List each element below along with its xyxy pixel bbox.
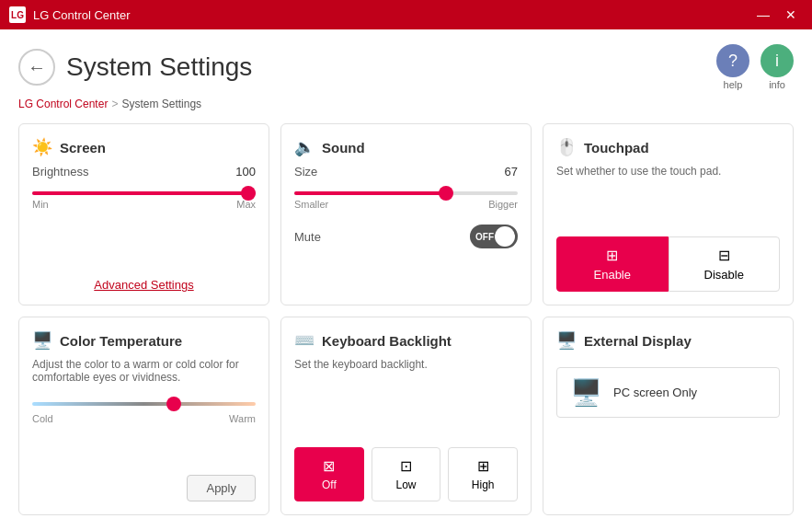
- title-bar-controls: — ✕: [751, 3, 803, 27]
- kb-low-icon: ⊡: [400, 457, 412, 475]
- brightness-labels: Min Max: [32, 199, 256, 210]
- info-icon: i: [761, 44, 794, 77]
- main-container: ← System Settings ? help i info LG Contr…: [0, 29, 812, 530]
- color-temp-slider[interactable]: Cold Warm: [32, 395, 256, 424]
- kb-description: Set the keyboard backlight.: [294, 358, 518, 371]
- sound-max: Bigger: [488, 199, 518, 210]
- disable-icon: ⊟: [718, 247, 730, 264]
- app-icon: LG: [9, 6, 26, 23]
- breadcrumb-home[interactable]: LG Control Center: [18, 98, 108, 110]
- touchpad-card: 🖱️ Touchpad Set whether to use the touch…: [543, 123, 794, 305]
- brightness-slider[interactable]: Min Max: [32, 188, 256, 210]
- kb-low-button[interactable]: ⊡ Low: [372, 447, 441, 501]
- sound-track: [294, 191, 518, 195]
- page-title: System Settings: [66, 52, 252, 82]
- keyboard-backlight-card: ⌨️ Keyboard Backlight Set the keyboard b…: [280, 317, 532, 515]
- color-temp-title: Color Temperature: [60, 333, 182, 349]
- touchpad-icon: 🖱️: [556, 137, 577, 157]
- pc-screen-label: PC screen Only: [613, 386, 697, 399]
- sound-card-header: 🔈 Sound: [294, 137, 518, 157]
- kb-card-header: ⌨️ Keyboard Backlight: [294, 330, 518, 351]
- sound-size-row: Size 67: [294, 165, 518, 179]
- sound-size-label: Size: [294, 165, 317, 179]
- header-left: ← System Settings: [18, 49, 252, 86]
- brightness-track: [32, 191, 256, 195]
- breadcrumb-current: System Settings: [121, 98, 201, 110]
- color-temp-card: 🖥️ Color Temperature Adjust the color to…: [18, 317, 269, 515]
- disable-label: Disable: [704, 268, 744, 282]
- external-display-card: 🖥️ External Display 🖥️ PC screen Only: [543, 317, 794, 515]
- sound-slider[interactable]: Smaller Bigger: [294, 188, 518, 210]
- title-bar: LG LG Control Center — ✕: [0, 0, 812, 29]
- advanced-settings-link[interactable]: Advanced Settings: [32, 271, 256, 292]
- brightness-min: Min: [32, 199, 49, 210]
- mute-toggle[interactable]: OFF: [470, 225, 518, 248]
- close-button[interactable]: ✕: [779, 3, 803, 27]
- back-button[interactable]: ←: [18, 49, 55, 86]
- sound-icon: 🔈: [294, 137, 315, 157]
- color-temp-icon: 🖥️: [32, 330, 52, 351]
- color-temp-header: 🖥️ Color Temperature: [32, 330, 256, 351]
- ext-display-icon: 🖥️: [556, 330, 577, 351]
- screen-card-title: Screen: [60, 140, 106, 156]
- breadcrumb: LG Control Center > System Settings: [18, 98, 794, 110]
- cards-grid: ☀️ Screen Brightness 100 Min Max Advance…: [18, 123, 794, 515]
- sound-card: 🔈 Sound Size 67 Smaller Bigger Mute: [280, 123, 532, 305]
- breadcrumb-separator: >: [111, 98, 118, 110]
- ext-display-header: 🖥️ External Display: [556, 330, 780, 351]
- header-right: ? help i info: [716, 44, 794, 90]
- ext-display-title: External Display: [584, 333, 692, 349]
- color-temp-warm: Warm: [229, 413, 256, 424]
- minimize-button[interactable]: —: [751, 3, 775, 27]
- kb-card-title: Keyboard Backlight: [322, 333, 452, 349]
- help-button[interactable]: ? help: [716, 44, 749, 90]
- toggle-knob: [495, 226, 515, 247]
- touchpad-description: Set whether to use the touch pad.: [556, 165, 780, 178]
- mute-row: Mute OFF: [294, 225, 518, 248]
- kb-high-button[interactable]: ⊞ High: [448, 447, 518, 501]
- kb-off-icon: ⊠: [323, 457, 335, 475]
- brightness-row: Brightness 100: [32, 165, 256, 179]
- sound-thumb[interactable]: [439, 186, 453, 201]
- help-label: help: [724, 79, 743, 90]
- enable-label: Enable: [594, 268, 631, 282]
- kb-high-icon: ⊞: [477, 457, 489, 475]
- touchpad-btn-group: ⊞ Enable ⊟ Disable: [556, 236, 780, 292]
- brightness-label: Brightness: [32, 165, 88, 179]
- screen-card-header: ☀️ Screen: [32, 137, 256, 157]
- color-temp-description: Adjust the color to a warm or cold color…: [32, 358, 256, 384]
- info-label: info: [769, 79, 785, 90]
- toggle-off-label: OFF: [475, 232, 494, 242]
- brightness-value: 100: [235, 165, 256, 179]
- kb-btn-group: ⊠ Off ⊡ Low ⊞ High: [294, 447, 518, 501]
- pc-screen-icon: 🖥️: [570, 377, 602, 408]
- touchpad-card-title: Touchpad: [584, 140, 649, 156]
- touchpad-enable-button[interactable]: ⊞ Enable: [556, 236, 669, 292]
- mute-label: Mute: [294, 230, 321, 244]
- color-temp-track: [32, 402, 256, 406]
- info-button[interactable]: i info: [761, 44, 794, 90]
- kb-off-label: Off: [322, 478, 337, 491]
- color-temp-cold: Cold: [32, 413, 53, 424]
- color-temp-thumb[interactable]: [166, 397, 181, 411]
- screen-card: ☀️ Screen Brightness 100 Min Max Advance…: [18, 123, 269, 305]
- sound-min: Smaller: [294, 199, 328, 210]
- help-icon: ?: [716, 44, 749, 77]
- pc-screen-only-option[interactable]: 🖥️ PC screen Only: [556, 367, 780, 418]
- screen-icon: ☀️: [32, 137, 52, 157]
- touchpad-disable-button[interactable]: ⊟ Disable: [669, 236, 781, 292]
- enable-icon: ⊞: [606, 247, 618, 264]
- brightness-fill: [32, 191, 256, 195]
- brightness-thumb[interactable]: [241, 186, 256, 201]
- header: ← System Settings ? help i info: [18, 44, 794, 90]
- sound-labels: Smaller Bigger: [294, 199, 518, 210]
- kb-off-button[interactable]: ⊠ Off: [294, 447, 364, 501]
- touchpad-card-header: 🖱️ Touchpad: [556, 137, 780, 157]
- color-temp-apply-button[interactable]: Apply: [187, 475, 256, 501]
- sound-fill: [294, 191, 444, 195]
- kb-high-label: High: [472, 478, 495, 491]
- kb-icon: ⌨️: [294, 330, 315, 351]
- title-bar-title: LG Control Center: [33, 8, 751, 22]
- sound-size-value: 67: [505, 165, 518, 179]
- kb-low-label: Low: [396, 478, 417, 491]
